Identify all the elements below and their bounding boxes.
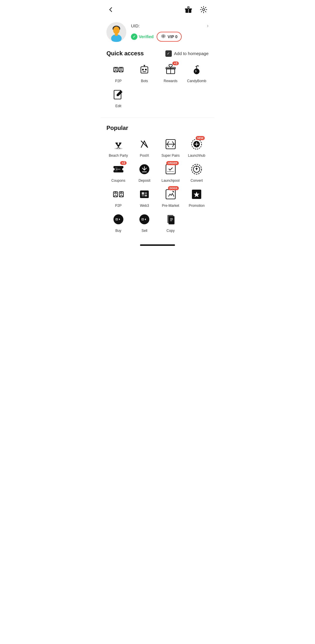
gift-button[interactable] — [183, 5, 193, 16]
avatar — [106, 22, 126, 42]
poolx-icon — [137, 137, 151, 151]
verified-badge: ✓ Verified — [131, 33, 154, 40]
uid-label: UID: — [131, 23, 140, 28]
quick-access-label-p2p: P2P — [115, 79, 122, 83]
quick-access-item-rewards[interactable]: +3 Rewards — [159, 63, 183, 83]
popular-label-poolx: PoolX — [140, 153, 149, 158]
svg-rect-41 — [145, 192, 147, 195]
popular-item-copy[interactable]: Copy — [159, 212, 183, 233]
popular-label-convert: Convert — [190, 179, 203, 183]
popular-item-promotion[interactable]: Promotion — [185, 187, 209, 208]
promotion-icon — [190, 187, 204, 201]
convert-icon — [190, 162, 204, 176]
popular-label-web3: Web3 — [140, 204, 149, 208]
launchhub-badge: NEW — [196, 136, 205, 140]
verified-icon: ✓ — [131, 33, 137, 40]
rewards-badge: +3 — [172, 61, 178, 65]
coupons-badge: +3 — [120, 161, 126, 165]
bottom-bar — [101, 240, 214, 250]
launchpool-badge: ORDER — [166, 161, 179, 165]
svg-point-36 — [115, 192, 116, 194]
settings-button[interactable] — [199, 5, 209, 16]
quick-access-header: Quick access ✓ Add to homepage — [106, 50, 209, 57]
badges-row: ✓ Verified VIP 0 — [131, 32, 209, 42]
svg-point-28 — [112, 168, 115, 170]
profile-section: UID: › ✓ Verified VIP 0 — [101, 19, 214, 48]
popular-item-deposit[interactable]: Deposit — [133, 162, 157, 183]
vip-label: VIP 0 — [168, 34, 178, 39]
svg-rect-43 — [145, 195, 147, 196]
popular-label-beach-party: Beach Party — [109, 153, 128, 158]
svg-point-11 — [115, 68, 117, 69]
svg-rect-17 — [144, 65, 145, 66]
svg-rect-42 — [142, 195, 144, 196]
back-button[interactable] — [106, 5, 115, 16]
quick-access-section: Quick access ✓ Add to homepage P2P — [101, 48, 214, 115]
super-pairs-icon — [164, 137, 178, 151]
svg-point-5 — [113, 27, 120, 34]
quick-access-item-p2p[interactable]: P2P — [106, 63, 130, 83]
quick-access-item-candybomb[interactable]: CandyBomb — [185, 63, 209, 83]
popular-item-beach-party[interactable]: Beach Party — [106, 137, 130, 158]
copy-icon — [164, 212, 178, 226]
popular-item-buy[interactable]: Buy — [106, 212, 130, 233]
add-homepage[interactable]: ✓ Add to homepage — [165, 50, 209, 57]
svg-point-38 — [120, 192, 122, 194]
verified-label: Verified — [139, 34, 154, 39]
candybomb-icon — [190, 63, 204, 77]
quick-access-label-candybomb: CandyBomb — [187, 79, 206, 83]
popular-item-convert[interactable]: Convert — [185, 162, 209, 183]
popular-section: Popular Beach Party PoolX — [101, 120, 214, 240]
popular-item-sell[interactable]: Sell — [133, 212, 157, 233]
vip-icon — [161, 33, 166, 40]
quick-access-item-edit[interactable]: Edit — [106, 88, 130, 108]
home-indicator — [140, 244, 175, 246]
uid-row: UID: › — [131, 23, 209, 29]
pre-market-badge: DOGS — [168, 186, 179, 190]
svg-point-20 — [194, 68, 200, 74]
add-homepage-label: Add to homepage — [174, 51, 209, 56]
popular-grid-row2: +3 Coupons Deposit — [106, 162, 209, 183]
svg-rect-7 — [115, 33, 118, 36]
popular-item-web3[interactable]: Web3 — [133, 187, 157, 208]
popular-item-p2p2[interactable]: P2P — [106, 187, 130, 208]
svg-point-29 — [122, 168, 125, 170]
popular-label-launchpool: Launchpool — [162, 179, 180, 183]
popular-item-coupons[interactable]: +3 Coupons — [106, 162, 130, 183]
popular-label-buy: Buy — [115, 229, 121, 233]
bots-icon — [137, 63, 151, 77]
quick-access-item-bots[interactable]: Bots — [133, 63, 157, 83]
popular-item-super-pairs[interactable]: Super Pairs — [159, 137, 183, 158]
top-bar — [101, 0, 214, 19]
divider-1 — [101, 117, 214, 118]
svg-rect-39 — [140, 190, 149, 198]
p2p2-icon — [111, 187, 125, 201]
web3-icon — [137, 187, 151, 201]
svg-point-2 — [203, 9, 205, 11]
popular-label-sell: Sell — [141, 229, 147, 233]
popular-item-pre-market[interactable]: DOGS Pre-Market — [159, 187, 183, 208]
svg-point-23 — [118, 143, 119, 145]
vip-badge[interactable]: VIP 0 — [157, 32, 182, 42]
popular-item-launchpool[interactable]: ORDER Launchpool — [159, 162, 183, 183]
svg-rect-30 — [115, 167, 118, 171]
popular-item-launchhub[interactable]: NEW Launchhub — [185, 137, 209, 158]
quick-access-grid: P2P Bots +3 — [106, 63, 209, 83]
popular-grid-row1: Beach Party PoolX Super Pairs — [106, 137, 209, 158]
deposit-icon — [137, 162, 151, 176]
p2p-icon — [111, 63, 125, 77]
launchpool-icon: ORDER — [164, 162, 178, 176]
popular-grid-row4: Buy Sell Copy — [106, 212, 209, 233]
popular-label-pre-market: Pre-Market — [162, 204, 179, 208]
svg-point-48 — [139, 214, 149, 224]
pre-market-icon: DOGS — [164, 187, 178, 201]
popular-label-deposit: Deposit — [139, 179, 150, 183]
launchhub-icon: NEW — [190, 137, 204, 151]
popular-item-poolx[interactable]: PoolX — [133, 137, 157, 158]
quick-access-label-bots: Bots — [141, 79, 148, 83]
top-bar-right — [183, 5, 209, 16]
popular-label-promotion: Promotion — [189, 204, 205, 208]
svg-rect-51 — [169, 216, 174, 224]
svg-point-22 — [114, 148, 123, 149]
svg-point-13 — [120, 68, 122, 69]
